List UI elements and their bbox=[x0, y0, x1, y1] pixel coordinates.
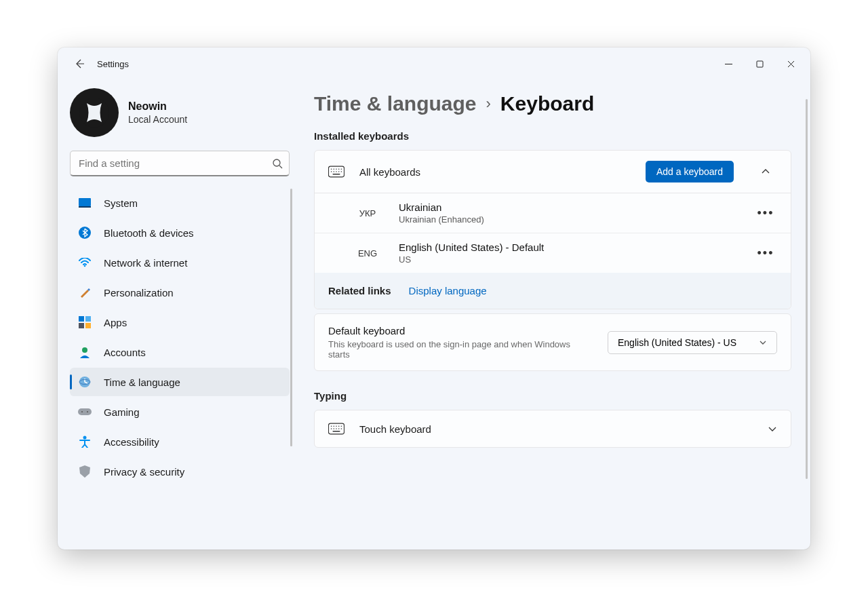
sidebar: Neowin Local Account System Bluetooth & … bbox=[58, 80, 302, 550]
keyboard-icon bbox=[328, 423, 344, 435]
keyboard-tag: ENG bbox=[349, 248, 387, 258]
arrow-left-icon bbox=[74, 58, 85, 69]
svg-point-26 bbox=[336, 171, 336, 172]
minimize-button[interactable] bbox=[713, 53, 744, 75]
close-icon bbox=[787, 60, 795, 68]
touch-keyboard-card[interactable]: Touch keyboard bbox=[314, 410, 791, 448]
sidebar-scrollbar[interactable] bbox=[290, 189, 292, 446]
accounts-icon bbox=[78, 345, 92, 359]
keyboard-more-button[interactable]: ••• bbox=[754, 201, 777, 225]
svg-point-27 bbox=[338, 171, 339, 172]
keyboard-name: Ukrainian bbox=[399, 201, 742, 213]
svg-point-23 bbox=[341, 169, 342, 170]
related-links-row: Related links Display language bbox=[315, 273, 791, 309]
apps-icon bbox=[78, 315, 92, 329]
add-keyboard-button[interactable]: Add a keyboard bbox=[646, 161, 734, 182]
svg-rect-41 bbox=[332, 431, 340, 431]
svg-point-21 bbox=[336, 169, 336, 170]
svg-rect-10 bbox=[85, 323, 91, 328]
nav-label: Accounts bbox=[104, 347, 146, 358]
nav-item-bluetooth[interactable]: Bluetooth & devices bbox=[70, 218, 290, 247]
svg-rect-7 bbox=[79, 316, 84, 322]
nav-label: Gaming bbox=[104, 406, 140, 418]
more-icon: ••• bbox=[757, 206, 774, 220]
main-content: Time & language › Keyboard Installed key… bbox=[302, 80, 810, 550]
nav-label: Privacy & security bbox=[104, 466, 184, 478]
keyboard-list: УКР Ukrainian Ukrainian (Enhanced) ••• E… bbox=[315, 193, 791, 273]
nav-item-accessibility[interactable]: Accessibility bbox=[70, 427, 290, 456]
display-language-link[interactable]: Display language bbox=[409, 285, 487, 296]
default-keyboard-subtitle: This keyboard is used on the sign-in pag… bbox=[328, 339, 572, 360]
touch-keyboard-label: Touch keyboard bbox=[359, 423, 753, 435]
keyboard-name: English (United States) - Default bbox=[399, 242, 742, 253]
chevron-down-icon bbox=[759, 339, 767, 347]
keyboard-sublabel: US bbox=[399, 254, 742, 265]
svg-point-2 bbox=[273, 159, 280, 166]
svg-rect-8 bbox=[85, 316, 91, 322]
svg-point-6 bbox=[84, 265, 86, 267]
main-scrollbar[interactable] bbox=[806, 99, 808, 479]
maximize-icon bbox=[756, 60, 764, 68]
collapse-button[interactable] bbox=[754, 160, 777, 183]
account-block[interactable]: Neowin Local Account bbox=[70, 80, 290, 151]
default-keyboard-card: Default keyboard This keyboard is used o… bbox=[314, 313, 791, 371]
account-subtitle: Local Account bbox=[128, 114, 187, 125]
installed-keyboards-card: All keyboards Add a keyboard УКР Ukraini… bbox=[314, 150, 791, 309]
minimize-icon bbox=[725, 60, 732, 68]
svg-point-33 bbox=[336, 426, 336, 427]
wifi-icon bbox=[78, 256, 92, 269]
keyboard-item[interactable]: ENG English (United States) - Default US… bbox=[315, 233, 791, 273]
close-button[interactable] bbox=[775, 53, 806, 75]
nav-item-apps[interactable]: Apps bbox=[70, 308, 290, 336]
svg-point-36 bbox=[331, 428, 332, 429]
settings-window: Settings Neowin bbox=[58, 47, 810, 550]
chevron-right-icon: › bbox=[486, 95, 491, 113]
keyboard-more-button[interactable]: ••• bbox=[754, 242, 777, 265]
default-keyboard-title: Default keyboard bbox=[328, 325, 594, 336]
search-icon[interactable] bbox=[272, 158, 283, 169]
avatar bbox=[70, 88, 119, 137]
titlebar: Settings bbox=[58, 47, 810, 80]
nav-label: Apps bbox=[104, 317, 127, 328]
all-keyboards-row: All keyboards Add a keyboard bbox=[315, 151, 791, 193]
nav-item-time-language[interactable]: Time & language bbox=[70, 368, 290, 396]
nav-item-privacy[interactable]: Privacy & security bbox=[70, 457, 290, 486]
breadcrumb: Time & language › Keyboard bbox=[314, 92, 791, 115]
svg-point-39 bbox=[338, 428, 339, 429]
svg-point-31 bbox=[331, 426, 332, 427]
nav-label: Accessibility bbox=[104, 436, 159, 448]
svg-rect-14 bbox=[78, 408, 92, 415]
nav-item-system[interactable]: System bbox=[70, 189, 290, 217]
all-keyboards-label: All keyboards bbox=[359, 166, 631, 178]
nav-label: Network & internet bbox=[104, 257, 187, 269]
keyboard-item[interactable]: УКР Ukrainian Ukrainian (Enhanced) ••• bbox=[315, 193, 791, 233]
avatar-logo-icon bbox=[79, 98, 109, 128]
svg-point-28 bbox=[341, 171, 342, 172]
default-keyboard-dropdown[interactable]: English (United States) - US bbox=[608, 331, 777, 354]
svg-point-37 bbox=[334, 428, 334, 429]
search-box bbox=[70, 151, 290, 176]
svg-rect-0 bbox=[757, 61, 763, 67]
gaming-icon bbox=[78, 405, 92, 419]
breadcrumb-parent[interactable]: Time & language bbox=[314, 92, 477, 115]
account-name: Neowin bbox=[128, 100, 187, 113]
nav-label: Personalization bbox=[104, 287, 174, 298]
back-button[interactable] bbox=[67, 52, 92, 76]
svg-point-19 bbox=[331, 169, 332, 170]
breadcrumb-current: Keyboard bbox=[500, 92, 594, 115]
search-input[interactable] bbox=[70, 151, 290, 176]
nav-item-accounts[interactable]: Accounts bbox=[70, 338, 290, 366]
section-typing-label: Typing bbox=[314, 390, 791, 402]
keyboard-sublabel: Ukrainian (Enhanced) bbox=[399, 214, 742, 225]
nav-item-network[interactable]: Network & internet bbox=[70, 248, 290, 277]
nav-item-gaming[interactable]: Gaming bbox=[70, 398, 290, 426]
section-installed-label: Installed keyboards bbox=[314, 130, 791, 142]
maximize-button[interactable] bbox=[744, 53, 775, 75]
accessibility-icon bbox=[78, 435, 92, 448]
svg-rect-29 bbox=[332, 174, 340, 174]
keyboard-icon bbox=[328, 166, 344, 178]
bluetooth-icon bbox=[78, 226, 92, 239]
svg-rect-3 bbox=[79, 198, 91, 206]
nav-item-personalization[interactable]: Personalization bbox=[70, 278, 290, 307]
svg-point-11 bbox=[82, 347, 87, 353]
